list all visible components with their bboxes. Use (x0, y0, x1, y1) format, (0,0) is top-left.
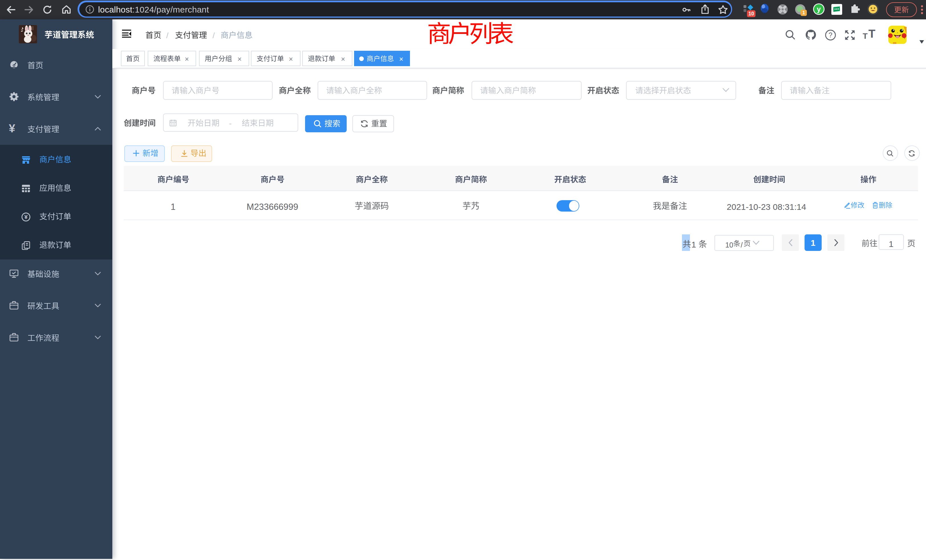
svg-text:¥: ¥ (24, 213, 28, 220)
svg-text:y: y (817, 5, 821, 13)
svg-text:?: ? (829, 31, 832, 39)
